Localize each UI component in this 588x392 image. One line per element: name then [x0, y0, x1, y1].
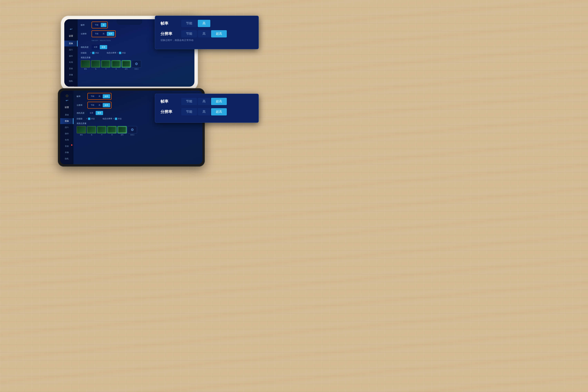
phone-2-settings-title: 设置	[64, 105, 70, 110]
phone-1-dynamic-checkbox[interactable]	[119, 52, 121, 54]
phone-1-quality-thumb-0[interactable]	[81, 60, 90, 68]
popup-2-framerate-row: 帧率 节能 高 超高	[160, 98, 253, 105]
phone-2-aa-checkbox[interactable]	[88, 118, 90, 120]
phone-1-quality-label-5: 自定义	[134, 68, 138, 70]
popup-2-framerate-btn-0[interactable]: 节能	[181, 98, 197, 105]
phone-2-framerate-btn-2[interactable]: 超高	[103, 94, 110, 98]
phone-1-resolution-btn-1[interactable]: 高	[101, 32, 106, 36]
phone-2-quality-thumb-2[interactable]	[97, 126, 106, 134]
phone-2-quality-thumb-0[interactable]	[77, 126, 86, 134]
phone-1-quality-thumb-4[interactable]	[122, 60, 131, 68]
phone-2-aa-help-icon: ?	[86, 118, 87, 120]
phone-2-dynamic-checkbox[interactable]	[115, 118, 117, 120]
phone-2-sidebar: ↩ 设置 基础 图像 战斗 操作 布局 音效 录像 隐私	[60, 90, 74, 164]
phone-2-sidebar-item-3[interactable]: 操作	[60, 131, 74, 136]
phone-1-quality-row: 极低 低 中 高 超高	[81, 60, 191, 70]
phone-1-aa-checkbox-row: 抗锯齿 ? 开启	[81, 52, 99, 54]
phone-2-resolution-btn-0[interactable]: 节能	[89, 103, 96, 107]
phone-2-camera-btn-1[interactable]: 标准	[96, 111, 103, 115]
phone-2-dynamic-row: 动态分辨率 ? 开启	[102, 118, 122, 120]
phone-1-quality-thumb-5[interactable]: ⚙	[132, 60, 141, 68]
phone-2-quality-row: 极低 低 中 高 超高	[77, 126, 199, 136]
popup-1-framerate-row: 帧率 节能 高	[160, 20, 253, 27]
phone-1-sidebar-item-0[interactable]: 图像	[64, 40, 78, 46]
phone-2-quality-label-2: 中	[101, 134, 102, 136]
popup-1-resolution-btn-1[interactable]: 高	[198, 30, 210, 38]
popup-1-resolution-label: 分辨率	[160, 31, 178, 36]
phone-1-quality-section-label: 画面总质量	[81, 56, 191, 59]
popup-1-resolution-btngroup: 节能 高 超高	[181, 30, 227, 38]
popup-1-framerate-btngroup: 节能 高	[181, 20, 210, 27]
popup-2-framerate-btngroup: 节能 高 超高	[181, 98, 227, 105]
phone-2-sidebar-item-1[interactable]: 图像	[60, 118, 74, 124]
phone-1-back-btn[interactable]: ↩	[68, 26, 74, 32]
phone-2-camera-label: 相机高度	[77, 112, 86, 114]
phone-1-sidebar-item-7[interactable]: 下载管理	[64, 84, 78, 87]
phone-1-camera-btngroup: 近景 标准	[92, 45, 108, 50]
phone-1-sidebar-item-3[interactable]: 布局	[64, 60, 78, 65]
phone-2-framerate-label: 帧率	[77, 95, 86, 98]
phone-1-resolution-btn-0[interactable]: 节能	[93, 32, 100, 36]
phone-1-settings-title: 设置	[68, 33, 74, 38]
phone-1-resolution-btn-2[interactable]: 超高	[107, 32, 114, 36]
phone-2-sidebar-item-0[interactable]: 基础	[60, 112, 74, 118]
popup-1-framerate-btn-1[interactable]: 高	[198, 20, 210, 27]
phone-2-quality-thumb-3[interactable]	[107, 126, 116, 134]
phone-2-quality-label-5: 自定义	[130, 134, 134, 136]
popup-2-framerate-btn-1[interactable]: 高	[198, 98, 210, 105]
popup-1-resolution-inner: 分辨率 节能 高 超高	[160, 30, 227, 38]
phone-1-quality-thumb-1[interactable]	[91, 60, 100, 68]
phone-1-quality-label-2: 中	[105, 68, 106, 70]
phone-2-framerate-btn-0[interactable]: 节能	[89, 94, 96, 98]
phone-1-dynamic-on-label: 开启	[122, 52, 126, 54]
phone-2-quality-thumb-1[interactable]	[87, 126, 96, 134]
phone-1-framerate-btn-1[interactable]: 高	[101, 23, 106, 27]
popup-1-resolution-btn-0[interactable]: 节能	[181, 30, 197, 38]
phone-2-sidebar-item-6[interactable]: 录像	[60, 150, 74, 156]
phone-1-camera-btn-0[interactable]: 近景	[92, 45, 99, 49]
phone-2-camera-btn-0[interactable]: 近景	[88, 111, 95, 115]
phone-1-resolution-sublabel: 切换过程中，画面会有正常抖动	[92, 40, 111, 42]
phone-1-sidebar-item-5[interactable]: 录像	[64, 72, 78, 78]
phone-2-aa-label: 抗锯齿	[77, 118, 86, 120]
popup-2-resolution-btn-2[interactable]: 超高	[211, 108, 227, 116]
phone-1-aa-help-icon: ?	[90, 52, 91, 54]
popup-2-framerate-btn-2[interactable]: 超高	[211, 98, 227, 105]
phone-1-quality-label-0: 极低	[84, 68, 87, 70]
phone-2-sidebar-item-5[interactable]: 音效	[60, 143, 74, 149]
phone-2-quality-thumb-4[interactable]	[118, 126, 127, 134]
phone-1-sidebar-item-2[interactable]: 操作	[64, 53, 78, 59]
phone-1-resolution-orange-box: 节能 高 超高	[92, 30, 116, 37]
phone-2-quality-label-1: 低	[91, 134, 92, 136]
phone-1-dynamic-help-icon: ?	[117, 52, 118, 54]
phone-1-aa-checkbox[interactable]	[92, 52, 94, 54]
phone-2-resolution-btn-1[interactable]: 高	[97, 103, 102, 107]
phone-1-sidebar: ↩ 设置 图像 战斗 操作 布局 音效 录像 隐私 下载管理	[64, 19, 78, 87]
phone-1-framerate-btn-0[interactable]: 节能	[93, 23, 100, 27]
phone-2-sidebar-item-4[interactable]: 布局	[60, 137, 74, 143]
phone-2-framerate-btn-1[interactable]: 高	[97, 94, 102, 98]
phone-1-sidebar-item-4[interactable]: 音效	[64, 66, 78, 72]
phone-2-quality-thumb-5[interactable]: ⚙	[128, 126, 137, 134]
phone-2-back-btn[interactable]: ↩	[64, 98, 70, 104]
phone-1-sidebar-item-1[interactable]: 战斗	[64, 47, 78, 53]
phone-2-aa-checkbox-row: 抗锯齿 ? 开启	[77, 118, 95, 120]
phone-1-quality-thumb-3[interactable]	[111, 60, 121, 68]
phone-2-dynamic-help-icon: ?	[113, 118, 114, 120]
phone-1-quality-thumb-2[interactable]	[101, 60, 110, 68]
phone-1-sidebar-item-6[interactable]: 隐私	[64, 78, 78, 84]
phone-2-camera-btngroup: 近景 标准	[88, 110, 104, 116]
phone-2-sidebar-item-7[interactable]: 隐私	[60, 156, 74, 162]
phone-2-resolution-label: 分辨率	[77, 104, 86, 106]
phone-1-framerate-orange-box: 节能 高	[92, 22, 108, 28]
phone-2-gear-icon: ⚙	[131, 128, 134, 132]
phone-1-camera-btn-1[interactable]: 标准	[100, 45, 107, 49]
phone-2-sidebar-item-2[interactable]: 战斗	[60, 124, 74, 130]
phone-1-dynamic-row: 动态分辨率 ? 开启	[106, 52, 126, 54]
popup-1-framerate-btn-0[interactable]: 节能	[181, 20, 197, 27]
phone-2-resolution-btn-2[interactable]: 超高	[103, 103, 110, 107]
phone-1-aa-label: 抗锯齿	[81, 52, 90, 54]
popup-1-resolution-btn-2[interactable]: 超高	[211, 30, 227, 38]
popup-2-resolution-btn-0[interactable]: 节能	[181, 108, 197, 116]
popup-2-resolution-btn-1[interactable]: 高	[198, 108, 210, 116]
